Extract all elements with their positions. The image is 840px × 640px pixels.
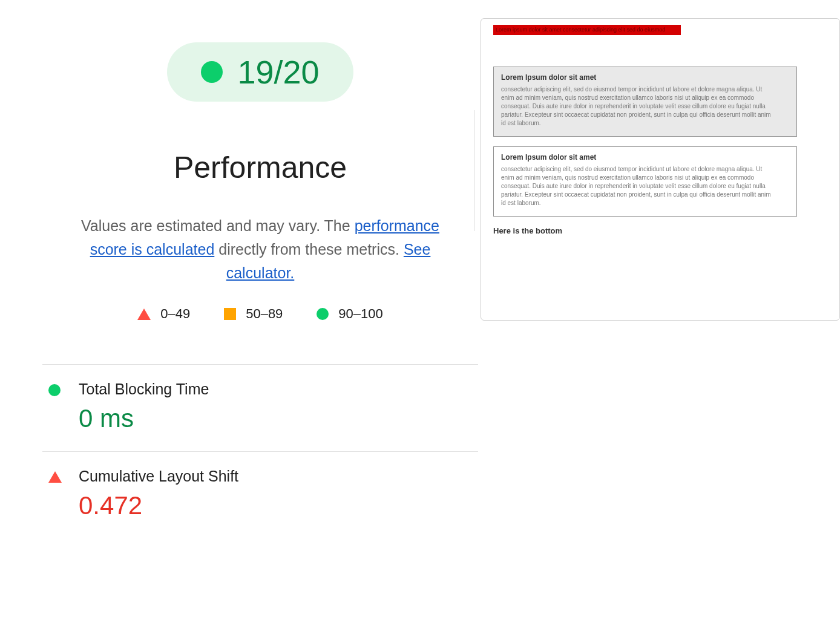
thumbnail-banner: Lorem ipsum dolor sit amet consectetur a…: [493, 25, 681, 35]
metric-label: Total Blocking Time: [79, 380, 472, 398]
desc-prefix: Values are estimated and may vary. The: [81, 217, 355, 234]
score-badge: 19/20: [167, 42, 353, 102]
performance-panel: 19/20 Performance Values are estimated a…: [42, 42, 478, 538]
screenshot-thumbnail[interactable]: Lorem ipsum dolor sit amet consectetur a…: [481, 18, 840, 321]
legend-pass-label: 90–100: [338, 306, 382, 322]
metric-value: 0.472: [79, 491, 472, 520]
circle-pass-icon: [317, 308, 329, 320]
metric-row[interactable]: Cumulative Layout Shift 0.472: [42, 452, 478, 538]
score-legend: 0–49 50–89 90–100: [42, 306, 478, 322]
legend-average: 50–89: [224, 306, 283, 322]
triangle-fail-icon: [137, 309, 151, 320]
performance-description: Values are estimated and may vary. The p…: [79, 214, 442, 284]
legend-pass: 90–100: [317, 306, 382, 322]
metric-value: 0 ms: [79, 404, 472, 433]
pass-circle-icon: [48, 384, 62, 396]
performance-heading: Performance: [42, 150, 478, 185]
metric-label: Cumulative Layout Shift: [79, 468, 472, 485]
legend-fail-label: 0–49: [160, 306, 190, 322]
thumbnail-card-body: consectetur adipiscing elit, sed do eius…: [501, 165, 773, 207]
legend-fail: 0–49: [137, 306, 190, 322]
fail-triangle-icon: [48, 471, 62, 483]
thumbnail-card-title: Lorem Ipsum dolor sit amet: [501, 153, 789, 162]
pass-circle-icon: [201, 61, 223, 83]
square-average-icon: [224, 308, 236, 320]
thumbnail-card-title: Lorem Ipsum dolor sit amet: [501, 73, 789, 82]
metrics-list: Total Blocking Time 0 ms Cumulative Layo…: [42, 364, 478, 538]
thumbnail-card-body: consectetur adipiscing elit, sed do eius…: [501, 85, 773, 128]
metric-row[interactable]: Total Blocking Time 0 ms: [42, 365, 478, 452]
thumbnail-bottom-caption: Here is the bottom: [493, 226, 827, 235]
vertical-divider: [474, 110, 474, 231]
thumbnail-card-shifted: Lorem Ipsum dolor sit amet consectetur a…: [493, 67, 797, 137]
desc-middle: directly from these metrics.: [214, 241, 404, 258]
score-text: 19/20: [237, 53, 319, 91]
legend-average-label: 50–89: [246, 306, 283, 322]
thumbnail-card: Lorem Ipsum dolor sit amet consectetur a…: [493, 146, 797, 217]
